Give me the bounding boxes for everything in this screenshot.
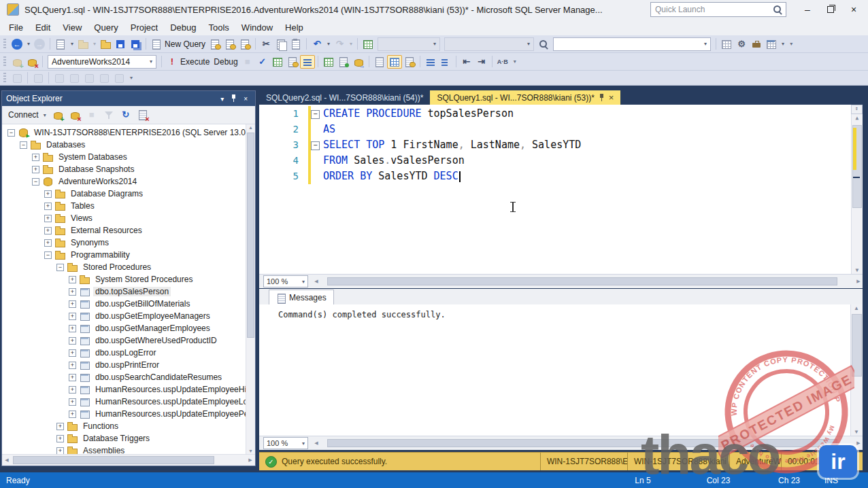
properties-window-icon[interactable] (719, 37, 734, 51)
tree-expander-icon[interactable]: + (56, 435, 64, 442)
tree-expander-icon[interactable]: + (69, 398, 76, 406)
toolbox-icon[interactable] (749, 37, 764, 51)
options-icon[interactable]: ⚙ (734, 37, 749, 51)
results-to-text-icon[interactable] (372, 55, 387, 69)
parse-icon[interactable]: ✓ (255, 55, 270, 69)
cut-icon[interactable]: ✂ (258, 37, 273, 51)
results-to-grid-icon[interactable] (387, 55, 402, 69)
refresh-icon[interactable]: ↻ (118, 108, 133, 122)
tree-expander-icon[interactable]: + (32, 166, 39, 173)
uncomment-selection-icon[interactable] (438, 55, 453, 69)
menu-item-help[interactable]: Help (279, 20, 310, 35)
toolbar-overflow-icon[interactable]: ▾ (786, 41, 796, 47)
menu-item-query[interactable]: Query (88, 20, 124, 35)
tree-item[interactable]: −Stored Procedures (2, 261, 255, 273)
scrollbar-thumb[interactable] (327, 439, 837, 447)
query-options-icon[interactable] (285, 55, 300, 69)
connect-button[interactable]: Connect▾ (6, 109, 48, 121)
scroll-down-icon[interactable]: ▼ (246, 449, 255, 453)
menu-item-edit[interactable]: Edit (29, 20, 56, 35)
scroll-down-icon[interactable]: ▼ (851, 429, 862, 435)
nav-backward-icon[interactable]: ←▾ (10, 37, 32, 51)
tree-expander-icon[interactable]: + (69, 325, 76, 332)
tree-expander-icon[interactable]: − (7, 129, 15, 137)
quick-launch-box[interactable] (650, 2, 786, 17)
menu-item-project[interactable]: Project (124, 20, 164, 35)
scroll-left-icon[interactable]: ◀ (312, 440, 320, 446)
code-line[interactable]: 3−SELECT TOP 1 FirstName, LastName, Sale… (259, 137, 850, 153)
find-combo[interactable]: ▾ (553, 37, 711, 51)
tab-messages[interactable]: Messages (269, 290, 334, 304)
tree-item[interactable]: +Assemblies (2, 445, 255, 454)
messages-vertical-scrollbar[interactable]: ▲ ▼ (850, 304, 863, 436)
code-line[interactable]: 4FROM Sales.vSalesPerson (259, 153, 850, 169)
tree-item[interactable]: +System Stored Procedures (2, 273, 255, 285)
editor-splitter-handle[interactable]: ⇕ (851, 105, 863, 114)
open-file-icon[interactable] (98, 37, 113, 51)
tree-expander-icon[interactable]: − (32, 178, 39, 186)
new-mdx-query-icon[interactable] (207, 37, 222, 51)
find-icon[interactable] (536, 37, 551, 51)
scroll-left-icon[interactable]: ◀ (2, 457, 12, 463)
scroll-right-icon[interactable]: ▶ (854, 279, 863, 284)
tree-item[interactable]: +dbo.uspGetEmployeeManagers (2, 310, 255, 322)
tree-item[interactable]: +Database Triggers (2, 432, 255, 445)
tree-expander-icon[interactable]: + (44, 239, 52, 247)
editor-zoom-combo[interactable]: 100 %▾ (263, 275, 308, 287)
new-dmx-query-icon[interactable] (222, 37, 237, 51)
disconnect-icon[interactable] (67, 108, 82, 122)
tree-expander-icon[interactable]: + (69, 374, 76, 381)
code-line[interactable]: 2AS (259, 122, 850, 137)
tree-expander-icon[interactable]: + (56, 423, 64, 430)
document-tab-1[interactable]: SQLQuery2.sql - WI...7SOR888\kiani (54))… (259, 90, 430, 105)
scroll-down-icon[interactable]: ▼ (852, 267, 863, 273)
change-connection-icon[interactable] (24, 55, 39, 69)
tree-expander-icon[interactable]: + (69, 313, 76, 320)
tree-expander-icon[interactable]: + (69, 362, 76, 369)
save-all-icon[interactable] (128, 37, 143, 51)
toolbar-grip[interactable] (3, 39, 6, 50)
scroll-up-icon[interactable]: ▲ (246, 125, 255, 130)
menu-item-file[interactable]: File (3, 20, 29, 35)
new-query-button[interactable]: New Query (149, 37, 207, 51)
minimize-button[interactable]: – (796, 1, 819, 18)
menu-item-view[interactable]: View (56, 20, 88, 35)
code-line[interactable]: 1−CREATE PROCEDURE topSalesPerson (259, 106, 850, 122)
tree-item[interactable]: −AdventureWorks2014 (2, 175, 255, 188)
tree-item[interactable]: +dbo.uspSearchCandidateResumes (2, 371, 255, 383)
tree-item[interactable]: +Tables (2, 200, 255, 212)
scroll-up-icon[interactable]: ▲ (851, 305, 862, 311)
tree-expander-icon[interactable]: + (44, 215, 52, 222)
toolbar-grip[interactable] (3, 73, 6, 84)
increase-indent-icon[interactable]: ⇥ (474, 55, 489, 69)
scroll-right-icon[interactable]: ▶ (854, 440, 863, 446)
tree-item[interactable]: +dbo.topSalesPerson (2, 285, 255, 298)
tree-item[interactable]: +System Databases (2, 151, 255, 163)
tree-expander-icon[interactable]: + (69, 300, 76, 308)
new-file-icon[interactable]: ▾ (53, 37, 76, 51)
tree-expander-icon[interactable]: + (69, 349, 76, 357)
intellisense-enabled-icon[interactable] (300, 55, 315, 69)
tree-item[interactable]: +Synonyms (2, 237, 255, 249)
menu-item-debug[interactable]: Debug (164, 20, 202, 35)
template-parameters-icon[interactable]: A·B (495, 55, 510, 69)
decrease-indent-icon[interactable]: ⇤ (459, 55, 474, 69)
code-line[interactable]: 5ORDER BY SalesYTD DESC (259, 169, 850, 184)
copy-icon[interactable] (273, 37, 288, 51)
include-client-statistics-icon[interactable] (336, 55, 351, 69)
tree-item[interactable]: +Views (2, 212, 255, 224)
tree-item[interactable]: +dbo.uspLogError (2, 347, 255, 359)
pin-tab-icon[interactable] (599, 94, 605, 101)
new-xmla-query-icon[interactable] (237, 37, 252, 51)
tree-item[interactable]: +Functions (2, 420, 255, 432)
results-process-icon[interactable] (351, 55, 366, 69)
restore-button[interactable] (819, 1, 842, 18)
window-position-icon[interactable]: ▾ (217, 95, 227, 103)
activity-monitor-icon[interactable] (361, 37, 375, 51)
database-combo[interactable]: AdventureWorks2014▾ (48, 55, 156, 69)
pin-icon[interactable] (227, 94, 240, 103)
tree-item[interactable]: +HumanResources.uspUpdateEmployeeLo (2, 396, 255, 408)
tree-expander-icon[interactable]: + (69, 276, 76, 283)
tree-expander-icon[interactable]: + (44, 227, 52, 234)
tree-vertical-scrollbar[interactable]: ▲ ▼ (246, 124, 255, 454)
